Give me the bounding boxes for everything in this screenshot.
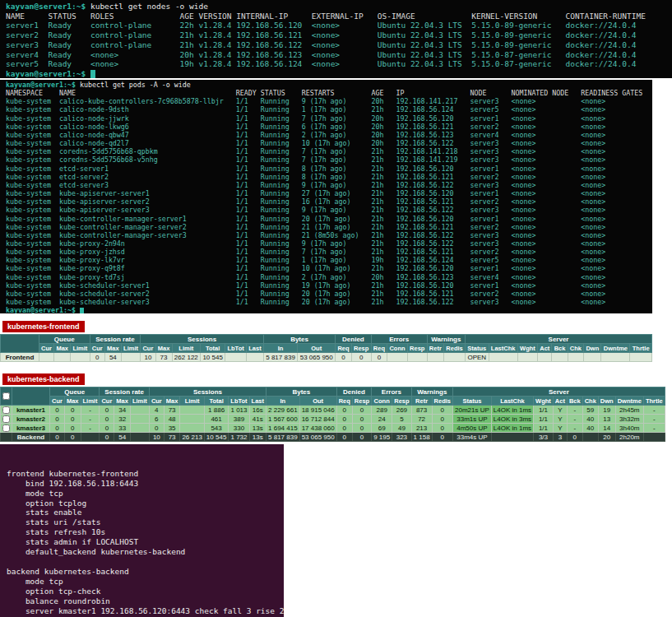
stats-cell: 33m4s UP: [453, 433, 492, 442]
table-row-line: kube-system calico-node-qd2l7 1/1 Runnin…: [6, 139, 652, 147]
server-checkbox[interactable]: [2, 415, 10, 423]
stats-cell: 0: [432, 433, 452, 442]
terminal-pods-window[interactable]: kayvan@server1:~$ kubectl get pods -A -o…: [0, 80, 652, 313]
stats-column-header: Max: [54, 344, 71, 353]
stats-row-backend: Backend00054107326 21310 5451 73213s5 81…: [1, 433, 665, 442]
stats-column-header: Max: [104, 344, 121, 353]
stats-column-header: Dwntme: [601, 344, 630, 353]
stats-column-header: Req: [336, 344, 352, 353]
shell-prompt: kayvan@server1:~$: [6, 2, 90, 11]
stats-cell: [54, 353, 71, 362]
table-row-line: kube-system coredns-5dd5756b68-qpbkm 1/1…: [6, 147, 652, 155]
backend-proxy-name-link[interactable]: kubernetes-backend: [2, 373, 85, 385]
stats-cell: 5 817 839: [263, 353, 297, 362]
table-row-line: server1 Ready control-plane 22h v1.28.4 …: [6, 21, 672, 30]
stats-cell: [538, 353, 552, 362]
stats-group-header: Errors: [372, 387, 411, 397]
stats-cell: [387, 353, 408, 362]
stats-cell: 0: [432, 406, 452, 415]
stats-cell: -: [643, 415, 665, 424]
row-checkbox-cell: [1, 424, 12, 433]
stats-cell: [568, 353, 584, 362]
stats-row-name: kmaster2: [12, 415, 50, 424]
row-checkbox-cell: [1, 433, 12, 442]
stats-cell: 0: [90, 353, 104, 362]
stats-cell: L4OK in 3ms: [491, 415, 533, 424]
stats-cell: 213: [411, 424, 432, 433]
stats-cell: 0: [352, 424, 371, 433]
stats-cell: 53 065 950: [298, 353, 336, 362]
stats-cell: 13s: [249, 424, 266, 433]
stats-column-header: Limit: [121, 344, 140, 353]
stats-column-header: LbTot: [225, 344, 247, 353]
stats-cell: 5 817 839: [266, 433, 300, 442]
stats-cell: 69: [372, 424, 392, 433]
stats-cell: [444, 353, 466, 362]
stats-cell: [180, 406, 204, 415]
stats-cell: -: [643, 424, 665, 433]
table-row-line: kube-system kube-apiserver-server3 1/1 R…: [6, 206, 652, 214]
table-row-line: kube-system coredns-5dd5756b68-v5nhg 1/1…: [6, 155, 652, 164]
terminal-nodes-window[interactable]: kayvan@server1:~$ kubectl get nodes -o w…: [0, 0, 672, 78]
stats-column-header: Max: [114, 397, 131, 406]
table-row-line: kube-system kube-scheduler-server2 1/1 R…: [6, 290, 652, 298]
stats-cell: 17 438 060: [299, 424, 336, 433]
stats-column-header: Req: [336, 397, 352, 406]
stats-cell: [517, 353, 537, 362]
stats-cell: [582, 433, 598, 442]
stats-cell: [427, 353, 443, 362]
frontend-proxy-name-link[interactable]: kubernetes-frontend: [2, 321, 85, 332]
stats-column-header: Cur: [149, 397, 164, 406]
stats-cell: 13: [598, 415, 615, 424]
server-checkbox[interactable]: [2, 406, 10, 414]
stats-cell: 461: [204, 415, 228, 424]
stats-cell: 49: [392, 424, 411, 433]
stats-cell: [180, 415, 204, 424]
stats-cell: 3h32m: [615, 415, 643, 424]
stats-cell: 3/3: [534, 433, 554, 442]
stats-group-header: Queue: [39, 335, 90, 344]
stats-cell: 6: [149, 415, 164, 424]
stats-cell: [39, 353, 53, 362]
stats-cell: 0: [336, 424, 352, 433]
stats-column-header: Limit: [180, 397, 204, 406]
stats-column-header: Conn: [387, 344, 408, 353]
stats-column-header: Retr: [427, 344, 443, 353]
table-row-line: kube-system kube-proxy-2n94n 1/1 Running…: [6, 239, 652, 248]
stats-column-header: Resp: [351, 344, 371, 353]
stats-column-header: Act: [553, 397, 567, 406]
stats-group-header: Session rate: [90, 335, 141, 344]
server-checkbox[interactable]: [2, 424, 10, 432]
stats-cell: 0: [352, 433, 371, 442]
stats-cell: [130, 433, 149, 442]
stats-cell: 0: [567, 433, 582, 442]
stats-column-header: Chk: [582, 397, 598, 406]
stats-cell: [489, 353, 517, 362]
stats-column-header: Cur: [141, 344, 155, 353]
stats-column-header: Max: [155, 344, 172, 353]
stats-column-header: Last: [249, 397, 266, 406]
stats-header-columns: CurMaxLimitCurMaxLimitCurMaxLimitTotalLb…: [1, 397, 665, 406]
terminal-haproxy-config-window[interactable]: frontend kubernetes-frontend bind 192.16…: [0, 444, 284, 617]
frontend-stats-table: QueueSession rateSessionsBytesDeniedErro…: [0, 334, 652, 362]
stats-column-header: Resp: [352, 397, 371, 406]
stats-cell: 3h40m: [615, 424, 643, 433]
stats-cell: 389: [229, 415, 249, 424]
stats-column-header: Out: [298, 344, 336, 353]
name-column-header: [1, 335, 39, 353]
stats-cell: [247, 353, 264, 362]
table-row-line: kube-system calico-node-qbw47 1/1 Runnin…: [6, 131, 652, 139]
stats-cell: 0: [50, 433, 65, 442]
stats-group-header: Sessions: [141, 335, 264, 344]
stats-cell: 16 712 844: [299, 415, 336, 424]
name-column-header: [12, 387, 50, 406]
select-all-checkbox[interactable]: [2, 392, 10, 400]
stats-column-header: Max: [64, 397, 81, 406]
stats-cell: 873: [411, 406, 432, 415]
table-row-line: server4 Ready <none> 20h v1.28.4 192.168…: [6, 50, 672, 60]
stats-cell: 1 567 600: [266, 415, 300, 424]
stats-header-groups: QueueSession rateSessionsBytesDeniedErro…: [1, 335, 652, 344]
stats-cell: 0: [100, 415, 114, 424]
stats-group-header: Server: [466, 335, 652, 344]
stats-column-header: Thrtle: [643, 397, 665, 406]
